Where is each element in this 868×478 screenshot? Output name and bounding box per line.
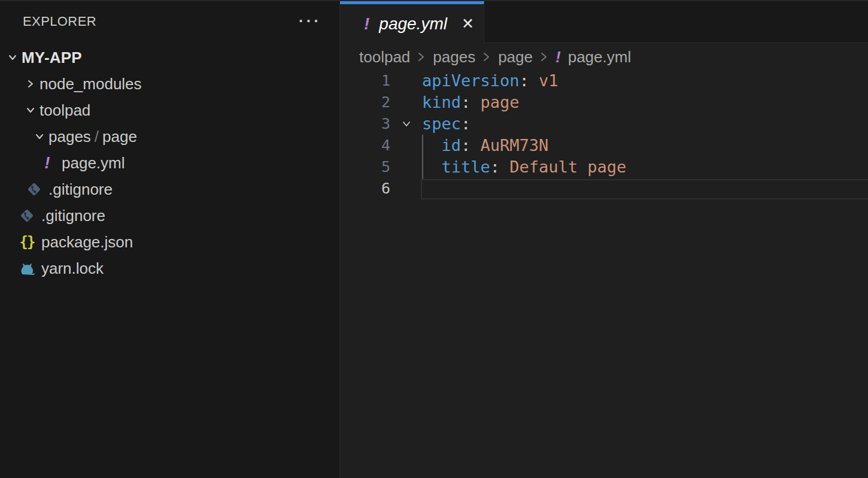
line-number-active: 6 (340, 178, 390, 199)
chevron-down-icon[interactable] (4, 49, 22, 66)
fold-column (390, 135, 422, 156)
file-label: page.yml (62, 154, 125, 173)
explorer-sidebar: EXPLORER ··· MY-APP node_modules toolpad (0, 0, 340, 478)
git-icon (24, 179, 44, 199)
code-text: spec: (422, 113, 471, 135)
code-text: id: AuRM73N (422, 135, 548, 156)
fold-column (390, 92, 422, 113)
explorer-title: EXPLORER (23, 14, 96, 29)
tree-root-my-app[interactable]: MY-APP (0, 44, 339, 71)
tree-item-pages-page[interactable]: pages/page (0, 123, 339, 150)
code-text: title: Default page (422, 156, 626, 178)
line-number: 5 (340, 156, 390, 178)
tree-item-node-modules[interactable]: node_modules (0, 71, 339, 97)
code-editor[interactable]: 1 apiVersion: v1 2 kind: page 3 spec: 4 … (340, 70, 868, 199)
file-label: .gitignore (48, 180, 113, 199)
path-separator: / (91, 128, 102, 146)
warning-icon: ! (556, 48, 561, 66)
window-top-border (0, 0, 868, 1)
chevron-right-icon (539, 50, 550, 64)
tree-item-gitignore-root[interactable]: .gitignore (0, 202, 339, 229)
tree-item-page-yml[interactable]: ! page.yml (0, 150, 339, 176)
folder-label: toolpad (40, 101, 90, 120)
tree-item-package-json[interactable]: {} package.json (0, 229, 339, 255)
breadcrumb-item-toolpad[interactable]: toolpad (359, 48, 410, 66)
code-text: kind: page (422, 92, 520, 113)
json-braces-icon: {} (17, 232, 37, 252)
chevron-right-icon (416, 50, 427, 64)
editor-area: ! page.yml ✕ toolpad pages page ! page.y… (340, 0, 868, 478)
code-line-6-current[interactable]: 6 (340, 178, 868, 199)
code-text: apiVersion: v1 (422, 70, 559, 92)
code-line-2[interactable]: 2 kind: page (340, 92, 868, 113)
fold-column (390, 156, 422, 178)
breadcrumb: toolpad pages page ! page.yml (340, 43, 868, 71)
warning-icon: ! (37, 153, 57, 173)
chevron-down-icon[interactable] (22, 101, 40, 119)
file-label: yarn.lock (41, 259, 104, 278)
line-number: 1 (340, 70, 390, 92)
line-number: 3 (340, 113, 390, 135)
code-line-5[interactable]: 5 title: Default page (340, 156, 868, 178)
breadcrumb-item-page[interactable]: page (498, 48, 533, 66)
file-label: package.json (41, 233, 133, 252)
git-icon (17, 205, 37, 226)
code-line-4[interactable]: 4 id: AuRM73N (340, 135, 868, 156)
current-line-highlight (421, 179, 868, 199)
yarn-cat-icon (17, 258, 37, 279)
chevron-right-icon[interactable] (22, 75, 40, 93)
fold-column (390, 70, 422, 92)
root-folder-label: MY-APP (22, 49, 82, 67)
chevron-right-icon (481, 50, 492, 64)
tree-item-gitignore-nested[interactable]: .gitignore (0, 176, 339, 202)
tree-item-yarn-lock[interactable]: yarn.lock (0, 255, 339, 282)
code-line-1[interactable]: 1 apiVersion: v1 (340, 70, 868, 92)
folder-label: node_modules (40, 75, 142, 93)
fold-column (390, 178, 422, 199)
chevron-down-icon[interactable] (31, 128, 48, 146)
line-number: 4 (340, 135, 390, 156)
tab-page-yml[interactable]: ! page.yml ✕ (340, 1, 484, 43)
file-tree: MY-APP node_modules toolpad pages/page !… (0, 44, 339, 282)
file-label: .gitignore (41, 207, 105, 225)
breadcrumb-item-pages[interactable]: pages (433, 48, 475, 66)
more-actions-icon[interactable]: ··· (299, 13, 321, 29)
line-number: 2 (340, 92, 390, 113)
tab-bar: ! page.yml ✕ (340, 0, 868, 43)
folder-label: pages/page (48, 128, 137, 146)
fold-chevron-down-icon[interactable] (390, 113, 422, 135)
warning-icon: ! (364, 14, 369, 34)
close-icon[interactable]: ✕ (462, 15, 474, 32)
breadcrumb-item-file[interactable]: page.yml (568, 48, 632, 66)
explorer-header: EXPLORER ··· (0, 0, 339, 43)
tab-label: page.yml (379, 14, 447, 34)
tree-item-toolpad[interactable]: toolpad (0, 97, 339, 123)
code-line-3[interactable]: 3 spec: (340, 113, 868, 135)
